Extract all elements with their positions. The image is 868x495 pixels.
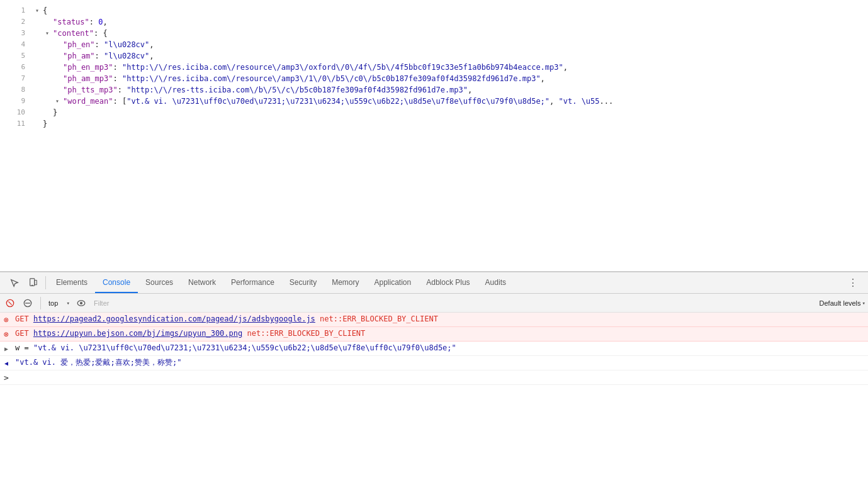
json-content: 1▾{2 "status": 0,3▾"content": {4 "ph_en"…	[0, 0, 868, 135]
json-line: 7 "ph_am_mp3": "http:\/\/res.iciba.com\/…	[10, 73, 868, 84]
json-line: 8 "ph_tts_mp3": "http:\/\/res-tts.iciba.…	[10, 84, 868, 96]
json-line-content: "content": {	[53, 28, 108, 39]
error-icon-1: ⊗	[0, 314, 13, 325]
entry-output-value: "vt.& vi. \u7231\uff0c\u70ed\u7231;\u723…	[33, 343, 456, 352]
entry-error-status-2: net::ERR_BLOCKED_BY_CLIENT	[242, 329, 365, 338]
more-tabs-button[interactable]: ⋮	[843, 277, 863, 289]
tab-network[interactable]: Network	[181, 272, 223, 293]
tab-elements-label: Elements	[56, 278, 87, 287]
tab-application[interactable]: Application	[367, 272, 419, 293]
json-line-content: "ph_tts_mp3": "http:\/\/res-tts.iciba.co…	[63, 84, 472, 96]
line-number: 2	[10, 16, 35, 28]
json-viewer: 1▾{2 "status": 0,3▾"content": {4 "ph_en"…	[0, 0, 868, 272]
console-entry-error-1: ⊗ GET https://pagead2.googlesyndication.…	[0, 313, 868, 327]
svg-point-8	[80, 301, 82, 304]
tab-network-label: Network	[188, 278, 216, 287]
json-line-content: "ph_am_mp3": "http:\/\/res.iciba.com\/re…	[63, 73, 545, 84]
tab-audits-label: Audits	[485, 278, 506, 287]
result-arrow-icon: ◀	[0, 357, 13, 369]
inspect-button[interactable]	[5, 272, 24, 293]
toolbar-separator	[40, 297, 41, 309]
console-toolbar: top ▾ Default levels ▾	[0, 294, 868, 313]
json-line-content: "status": 0,	[53, 16, 108, 28]
line-number: 9	[10, 96, 35, 107]
json-line: 4 "ph_en": "l\u028cv",	[10, 39, 868, 50]
tab-application-label: Application	[375, 278, 412, 287]
entry-output-text: w =	[15, 343, 33, 352]
json-line-content: "ph_am": "l\u028cv",	[63, 50, 154, 62]
entry-content-2: GET https://upyun.bejson.com/bj/imgs/upy…	[13, 328, 868, 339]
entry-content-output: w = "vt.& vi. \u7231\uff0c\u70ed\u7231;\…	[13, 343, 868, 353]
bottom-bar: top ▾ Default levels ▾ ⊗ GET https://p	[0, 294, 868, 495]
context-select[interactable]: top	[46, 299, 71, 307]
tab-console[interactable]: Console	[95, 272, 138, 293]
block-button[interactable]	[20, 296, 35, 311]
svg-rect-1	[31, 284, 33, 285]
json-line: 10 }	[10, 107, 868, 118]
devtools-tabs: Elements Console Sources Network Perform…	[0, 272, 868, 294]
tab-performance[interactable]: Performance	[223, 272, 282, 293]
tab-memory-label: Memory	[332, 278, 359, 287]
line-number: 4	[10, 39, 35, 50]
json-line: 9▾"word_mean": ["vt.& vi. \u7231\uff0c\u…	[10, 96, 868, 107]
cursor	[15, 372, 20, 381]
console-output: ⊗ GET https://pagead2.googlesyndication.…	[0, 313, 868, 495]
tab-sources-label: Sources	[145, 278, 173, 287]
tab-console-label: Console	[103, 278, 130, 287]
tab-sources[interactable]: Sources	[138, 272, 181, 293]
context-select-wrapper[interactable]: top ▾	[46, 299, 71, 307]
error-icon-2: ⊗	[0, 328, 13, 340]
entry-content-result: "vt.& vi. 爱，热爱;爱戴;喜欢;赞美，称赞;"	[13, 357, 868, 368]
line-number: 3	[10, 28, 35, 39]
levels-label: Default levels	[820, 299, 861, 307]
json-line: 3▾"content": {	[10, 28, 868, 39]
expand-triangle-icon[interactable]: ▾	[55, 96, 62, 107]
levels-select[interactable]: Default levels ▾	[820, 299, 865, 307]
entry-error-status-1: net::ERR_BLOCKED_BY_CLIENT	[315, 314, 438, 323]
entry-url-2[interactable]: https://upyun.bejson.com/bj/imgs/upyun_3…	[33, 329, 242, 338]
tab-adblock[interactable]: Adblock Plus	[419, 272, 477, 293]
expand-triangle-icon[interactable]: ▾	[45, 28, 52, 39]
json-line: 11 }	[10, 118, 868, 130]
json-line-content: "word_mean": ["vt.& vi. \u7231\uff0c\u70…	[63, 96, 613, 107]
json-line: 6 "ph_en_mp3": "http:\/\/res.iciba.com\/…	[10, 62, 868, 73]
svg-line-4	[8, 301, 11, 304]
svg-rect-2	[35, 280, 37, 284]
output-arrow-icon: ▶	[0, 343, 13, 354]
prompt-icon: >	[0, 372, 13, 383]
console-entry-output: ▶ w = "vt.& vi. \u7231\uff0c\u70ed\u7231…	[0, 342, 868, 356]
watch-expressions-button[interactable]	[74, 296, 89, 311]
console-entry-error-2: ⊗ GET https://upyun.bejson.com/bj/imgs/u…	[0, 327, 868, 342]
expand-triangle-icon[interactable]: ▾	[35, 5, 42, 16]
console-prompt-input[interactable]	[13, 372, 868, 382]
line-number: 5	[10, 50, 35, 62]
clear-console-button[interactable]	[3, 296, 18, 311]
json-line-content: "ph_en": "l\u028cv",	[63, 39, 154, 50]
filter-input[interactable]	[91, 299, 817, 307]
tab-audits[interactable]: Audits	[478, 272, 514, 293]
entry-content-1: GET https://pagead2.googlesyndication.co…	[13, 314, 868, 325]
tab-elements[interactable]: Elements	[48, 272, 95, 293]
entry-get-label-2: GET	[15, 329, 33, 338]
line-number: 10	[10, 107, 35, 118]
tab-separator	[45, 276, 46, 289]
tab-adblock-label: Adblock Plus	[426, 278, 470, 287]
tab-security[interactable]: Security	[282, 272, 324, 293]
line-number: 6	[10, 62, 35, 73]
json-line-content: }	[43, 118, 47, 130]
line-number: 7	[10, 73, 35, 84]
entry-get-label-1: GET	[15, 314, 33, 323]
console-entry-result: ◀ "vt.& vi. 爱，热爱;爱戴;喜欢;赞美，称赞;"	[0, 356, 868, 370]
line-number: 1	[10, 5, 35, 16]
json-line: 2 "status": 0,	[10, 16, 868, 28]
console-input-line[interactable]: >	[0, 370, 868, 385]
json-line-content: "ph_en_mp3": "http:\/\/res.iciba.com\/re…	[63, 62, 568, 73]
device-toggle-button[interactable]	[24, 272, 43, 293]
entry-url-1[interactable]: https://pagead2.googlesyndication.com/pa…	[33, 314, 315, 323]
json-line: 5 "ph_am": "l\u028cv",	[10, 50, 868, 62]
tab-security-label: Security	[290, 278, 317, 287]
tab-memory[interactable]: Memory	[324, 272, 366, 293]
json-line-content: }	[53, 107, 57, 118]
levels-arrow-icon: ▾	[862, 300, 865, 306]
entry-result-value: "vt.& vi. 爱，热爱;爱戴;喜欢;赞美，称赞;"	[15, 358, 181, 367]
